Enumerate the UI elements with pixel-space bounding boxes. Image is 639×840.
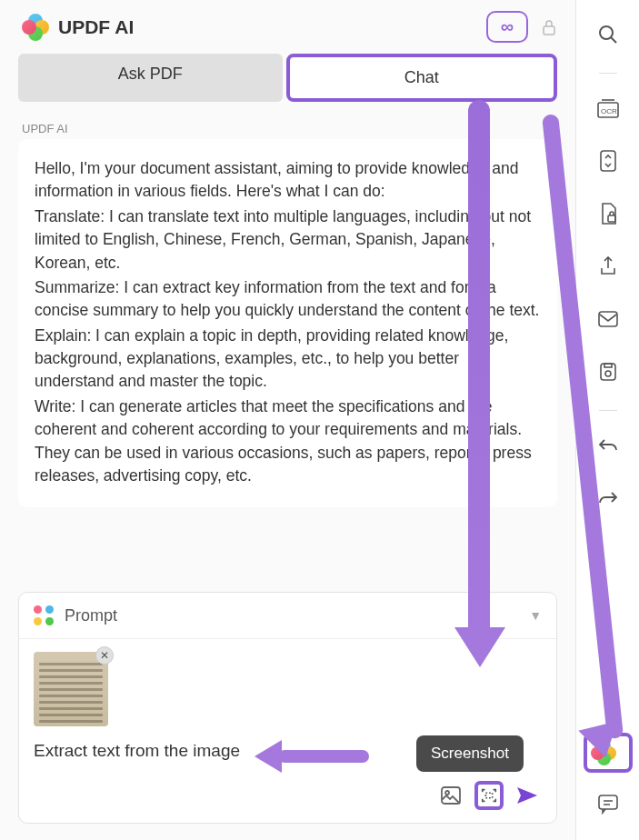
header: UPDF AI ∞ xyxy=(0,11,575,54)
rail-separator xyxy=(599,73,617,74)
comment-icon[interactable] xyxy=(590,785,626,822)
save-icon[interactable] xyxy=(590,354,626,390)
screenshot-button[interactable] xyxy=(474,781,504,810)
tab-chat[interactable]: Chat xyxy=(286,54,558,102)
assistant-intro: Hello, I'm your document assistant, aimi… xyxy=(35,157,541,204)
updf-logo-icon xyxy=(22,14,49,41)
svg-point-11 xyxy=(605,371,611,376)
screenshot-tooltip: Screenshot xyxy=(416,735,524,772)
send-button[interactable] xyxy=(513,781,542,810)
svg-rect-3 xyxy=(485,793,492,797)
remove-attachment-button[interactable]: ✕ xyxy=(95,646,114,665)
ocr-icon[interactable]: OCR xyxy=(590,90,626,126)
attachment-thumbnail[interactable]: ✕ xyxy=(34,652,108,726)
annotation-arrow-icon xyxy=(454,627,505,667)
assistant-write: Write: I can generate articles that meet… xyxy=(35,395,541,488)
annotation-arrow-icon xyxy=(255,745,373,765)
svg-text:OCR: OCR xyxy=(601,107,617,115)
convert-icon[interactable] xyxy=(590,143,626,179)
file-lock-icon[interactable] xyxy=(590,195,626,232)
assistant-summarize: Summarize: I can extract key information… xyxy=(35,276,541,323)
svg-rect-13 xyxy=(599,795,617,809)
prompt-dots-icon xyxy=(34,605,54,625)
assistant-explain: Explain: I can explain a topic in depth,… xyxy=(35,325,541,394)
attachment-image xyxy=(34,652,108,726)
assistant-translate: Translate: I can translate text into mul… xyxy=(35,205,541,275)
rail-separator xyxy=(599,410,617,411)
lock-icon[interactable] xyxy=(541,18,557,36)
svg-rect-7 xyxy=(601,151,615,171)
app-title: UPDF AI xyxy=(58,16,486,38)
svg-rect-0 xyxy=(544,26,554,35)
svg-rect-8 xyxy=(608,215,615,222)
search-icon[interactable] xyxy=(590,16,626,53)
prompt-title: Prompt xyxy=(65,606,529,625)
svg-rect-12 xyxy=(604,364,612,367)
svg-rect-10 xyxy=(601,364,615,380)
tab-ask-pdf[interactable]: Ask PDF xyxy=(18,54,283,102)
mode-tabs: Ask PDF Chat xyxy=(0,54,575,102)
image-icon[interactable] xyxy=(436,781,465,810)
prompt-actions: Screenshot xyxy=(19,775,556,823)
svg-rect-9 xyxy=(599,312,617,326)
mail-icon[interactable] xyxy=(590,301,626,337)
chevron-down-icon[interactable]: ▼ xyxy=(529,608,542,623)
svg-point-2 xyxy=(445,791,449,795)
svg-point-4 xyxy=(600,26,613,39)
unlimited-button[interactable]: ∞ xyxy=(486,11,528,43)
undo-icon[interactable] xyxy=(590,427,626,464)
share-icon[interactable] xyxy=(590,248,626,285)
annotation-arrow-icon xyxy=(468,100,490,645)
